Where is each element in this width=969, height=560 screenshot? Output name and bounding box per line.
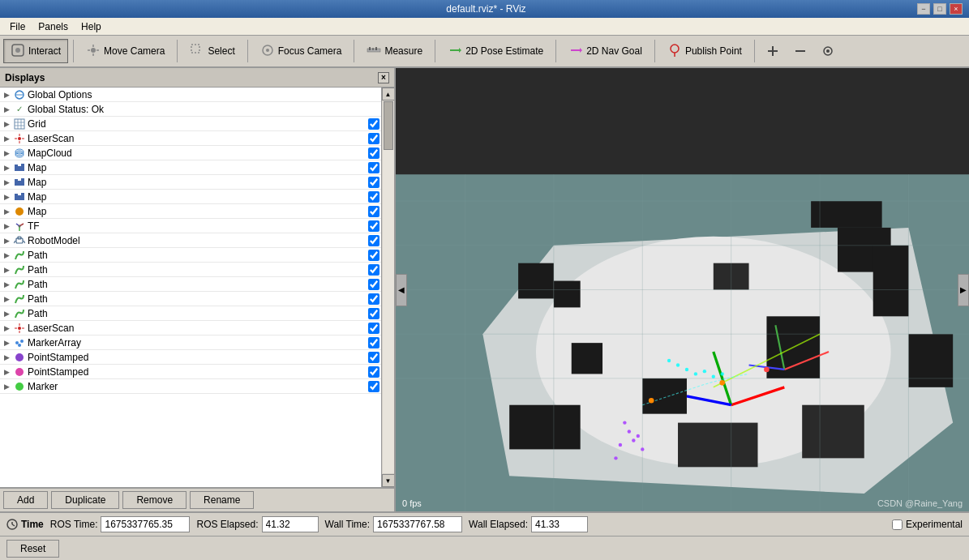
ros-time-input[interactable] xyxy=(101,516,190,532)
expand-map3[interactable]: ▶ xyxy=(2,192,11,202)
laserscan1-checkbox[interactable] xyxy=(368,133,379,144)
panel-right-arrow[interactable]: ▶ xyxy=(958,274,969,306)
remove-display-button[interactable] xyxy=(787,39,813,63)
titlebar-controls[interactable]: − □ × xyxy=(917,3,963,15)
pointstamped2-checkbox[interactable] xyxy=(368,366,379,378)
restore-button[interactable]: □ xyxy=(933,3,946,15)
3d-view-panel[interactable]: ◀ ▶ xyxy=(396,68,969,511)
path1-checkbox[interactable] xyxy=(368,250,379,261)
display-item-grid[interactable]: ▶ Grid xyxy=(0,117,381,131)
view-options-button[interactable] xyxy=(815,39,841,63)
expand-tf[interactable]: ▶ xyxy=(2,221,11,231)
menu-panels[interactable]: Panels xyxy=(32,19,75,34)
scroll-thumb[interactable] xyxy=(384,101,393,150)
expand-pointstamped2[interactable]: ▶ xyxy=(2,367,11,377)
expand-mapcloud[interactable]: ▶ xyxy=(2,148,11,158)
map2-checkbox[interactable] xyxy=(368,177,379,188)
publish-point-button[interactable]: Publish Point xyxy=(660,39,749,63)
wall-elapsed-input[interactable] xyxy=(531,516,588,532)
display-item-map3[interactable]: ▶ Map xyxy=(0,190,381,204)
ros-elapsed-input[interactable] xyxy=(262,516,319,532)
expand-path3[interactable]: ▶ xyxy=(2,280,11,289)
2d-pose-button[interactable]: 2D Pose Estimate xyxy=(440,39,551,63)
pointstamped1-checkbox[interactable] xyxy=(368,352,379,363)
menu-help[interactable]: Help xyxy=(75,19,108,34)
expand-path1[interactable]: ▶ xyxy=(2,250,11,260)
reset-button[interactable]: Reset xyxy=(6,540,59,558)
remove-button[interactable]: Remove xyxy=(122,491,187,509)
select-button[interactable]: Select xyxy=(182,39,242,63)
expand-global-options[interactable]: ▶ xyxy=(2,90,11,100)
expand-grid[interactable]: ▶ xyxy=(2,119,11,129)
expand-pointstamped1[interactable]: ▶ xyxy=(2,353,11,362)
display-item-path3[interactable]: ▶ Path xyxy=(0,277,381,292)
add-display-button[interactable] xyxy=(760,39,786,63)
grid-checkbox[interactable] xyxy=(368,118,379,130)
display-item-marker[interactable]: ▶ Marker xyxy=(0,379,381,394)
focus-camera-button[interactable]: Focus Camera xyxy=(253,39,349,63)
experimental-checkbox[interactable] xyxy=(892,519,903,530)
path5-checkbox[interactable] xyxy=(368,308,379,319)
minimize-button[interactable]: − xyxy=(917,3,930,15)
expand-map1[interactable]: ▶ xyxy=(2,163,11,173)
expand-map4[interactable]: ▶ xyxy=(2,207,11,216)
display-item-tf[interactable]: ▶ TF xyxy=(0,219,381,233)
display-item-path5[interactable]: ▶ Path xyxy=(0,306,381,321)
path3-checkbox[interactable] xyxy=(368,279,379,290)
scroll-up-button[interactable]: ▲ xyxy=(382,88,395,100)
display-item-laserscan2[interactable]: ▶ LaserScan xyxy=(0,321,381,336)
display-item-path2[interactable]: ▶ Path xyxy=(0,263,381,277)
svg-point-53 xyxy=(19,224,21,227)
display-item-map2[interactable]: ▶ Map xyxy=(0,175,381,190)
display-item-mapcloud[interactable]: ▶ MapCloud xyxy=(0,146,381,160)
display-item-global-options[interactable]: ▶ Global Options xyxy=(0,88,381,102)
rename-button[interactable]: Rename xyxy=(190,491,254,509)
path2-checkbox[interactable] xyxy=(368,264,379,276)
add-button[interactable]: Add xyxy=(3,491,48,509)
2d-nav-button[interactable]: 2D Nav Goal xyxy=(561,39,650,63)
tf-checkbox[interactable] xyxy=(368,220,379,232)
scroll-down-button[interactable]: ▼ xyxy=(382,474,395,487)
display-item-path4[interactable]: ▶ Path xyxy=(0,292,381,306)
path4-checkbox[interactable] xyxy=(368,293,379,305)
move-camera-button[interactable]: Move Camera xyxy=(79,39,172,63)
expand-laserscan1[interactable]: ▶ xyxy=(2,134,11,143)
display-item-pointstamped2[interactable]: ▶ PointStamped xyxy=(0,365,381,379)
3d-viewport[interactable] xyxy=(396,68,969,511)
expand-map2[interactable]: ▶ xyxy=(2,177,11,187)
wall-time-input[interactable] xyxy=(373,516,462,532)
expand-markerarray[interactable]: ▶ xyxy=(2,338,11,348)
display-item-path1[interactable]: ▶ Path xyxy=(0,248,381,263)
display-item-pointstamped1[interactable]: ▶ PointStamped xyxy=(0,350,381,365)
display-item-map4[interactable]: ▶ Map xyxy=(0,204,381,219)
menu-file[interactable]: File xyxy=(3,19,32,34)
expand-path5[interactable]: ▶ xyxy=(2,309,11,318)
expand-laserscan2[interactable]: ▶ xyxy=(2,323,11,333)
panel-left-arrow[interactable]: ◀ xyxy=(396,274,407,306)
display-item-markerarray[interactable]: ▶ MarkerArray xyxy=(0,336,381,350)
expand-path2[interactable]: ▶ xyxy=(2,265,11,275)
mapcloud-checkbox[interactable] xyxy=(368,147,379,159)
display-item-map1[interactable]: ▶ Map xyxy=(0,160,381,175)
duplicate-button[interactable]: Duplicate xyxy=(51,491,119,509)
displays-close-button[interactable]: × xyxy=(378,72,389,83)
markerarray-checkbox[interactable] xyxy=(368,337,379,348)
expand-path4[interactable]: ▶ xyxy=(2,294,11,304)
left-scrollbar[interactable]: ▲ ▼ xyxy=(381,88,394,487)
marker-checkbox[interactable] xyxy=(368,381,379,392)
display-item-laserscan1[interactable]: ▶ LaserScan xyxy=(0,131,381,146)
robotmodel-checkbox[interactable] xyxy=(368,235,379,246)
measure-button[interactable]: Measure xyxy=(359,39,430,63)
map1-checkbox[interactable] xyxy=(368,162,379,173)
expand-marker[interactable]: ▶ xyxy=(2,382,11,391)
scroll-track[interactable] xyxy=(383,101,394,473)
display-item-global-status[interactable]: ▶ ✓ Global Status: Ok xyxy=(0,102,381,117)
close-button[interactable]: × xyxy=(950,3,963,15)
interact-button[interactable]: Interact xyxy=(3,39,68,63)
map4-checkbox[interactable] xyxy=(368,206,379,217)
display-item-robotmodel[interactable]: ▶ RobotModel xyxy=(0,233,381,248)
map3-checkbox[interactable] xyxy=(368,191,379,203)
laserscan2-checkbox[interactable] xyxy=(368,323,379,334)
expand-global-status[interactable]: ▶ xyxy=(2,105,11,114)
expand-robotmodel[interactable]: ▶ xyxy=(2,236,11,246)
